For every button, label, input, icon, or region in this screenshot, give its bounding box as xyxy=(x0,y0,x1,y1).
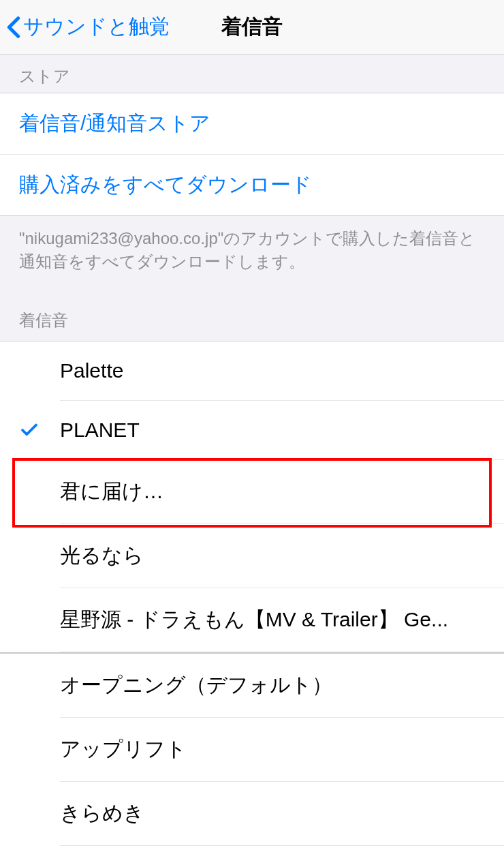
ringtone-item[interactable]: 光るなら xyxy=(60,524,504,588)
back-label: サウンドと触覚 xyxy=(23,13,170,41)
store-row-group: 着信音/通知音ストア 購入済みをすべてダウンロード xyxy=(0,93,504,216)
ringtone-item[interactable]: 星野源 - ドラえもん【MV & Trailer】 Ge... xyxy=(60,588,504,652)
ringtone-item[interactable]: きらめき xyxy=(60,782,504,846)
back-button[interactable]: サウンドと触覚 xyxy=(0,13,170,41)
ringtone-label: オープニング（デフォルト） xyxy=(60,671,351,699)
ringtone-label: Palette xyxy=(60,359,142,382)
ringtone-list: PalettePLANET君に届け…光るなら星野源 - ドラえもん【MV & T… xyxy=(0,341,504,867)
checkmark-icon xyxy=(19,420,40,440)
ringtone-label: PLANET xyxy=(60,419,159,442)
ringtone-label: きらめき xyxy=(60,800,163,827)
row-label: 着信音/通知音ストア xyxy=(19,112,210,134)
ringtone-label: サーキット xyxy=(60,864,184,867)
ringtone-label: アップリフト xyxy=(60,735,206,763)
ringtone-item[interactable]: サーキット xyxy=(60,846,504,867)
ringtone-item[interactable]: オープニング（デフォルト） xyxy=(60,654,504,718)
chevron-left-icon xyxy=(7,16,20,39)
store-footer-text: "nikugami233@yahoo.co.jp"のアカウントで購入した着信音と… xyxy=(0,216,504,284)
ringtone-section-header: 着信音 xyxy=(0,284,504,341)
ringtone-label: 光るなら xyxy=(60,542,163,570)
ringtone-item[interactable]: PLANET xyxy=(60,401,504,460)
store-section-header: ストア xyxy=(0,55,504,93)
ringtone-store-link[interactable]: 着信音/通知音ストア xyxy=(0,93,504,155)
page-title: 着信音 xyxy=(221,13,283,41)
ringtone-item[interactable]: 君に届け… xyxy=(60,460,504,524)
ringtone-item[interactable]: アップリフト xyxy=(60,718,504,782)
ringtone-label: 星野源 - ドラえもん【MV & Trailer】 Ge... xyxy=(60,606,467,634)
ringtone-item[interactable]: Palette xyxy=(60,341,504,401)
navigation-header: サウンドと触覚 着信音 xyxy=(0,0,504,55)
row-label: 購入済みをすべてダウンロード xyxy=(19,173,312,196)
download-all-purchased[interactable]: 購入済みをすべてダウンロード xyxy=(0,155,504,215)
ringtone-label: 君に届け… xyxy=(60,478,183,506)
